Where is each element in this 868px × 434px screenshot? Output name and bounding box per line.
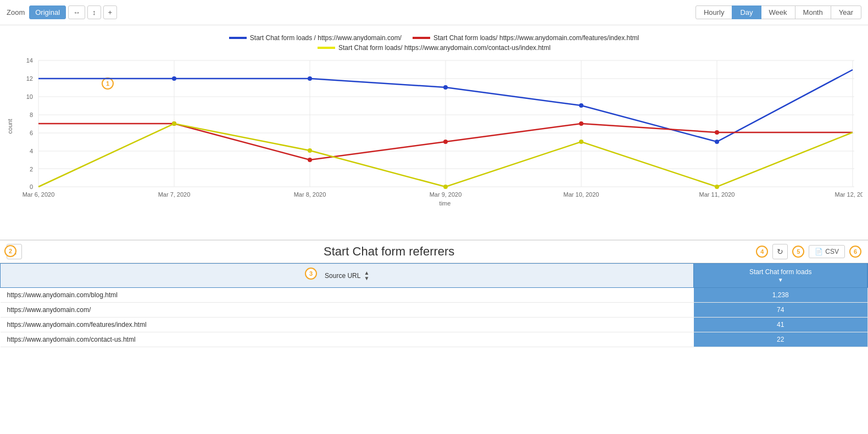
sort-arrows[interactable]: ▲▼ bbox=[364, 270, 369, 281]
blue-dot-5 bbox=[715, 140, 719, 144]
value-col-header[interactable]: Start Chat form loads ▼ bbox=[694, 264, 867, 288]
legend-blue-color bbox=[229, 37, 247, 39]
red-dot-4 bbox=[579, 121, 583, 126]
svg-text:10: 10 bbox=[26, 93, 33, 100]
svg-text:Mar 10, 2020: Mar 10, 2020 bbox=[564, 191, 599, 198]
svg-text:count: count bbox=[7, 119, 13, 134]
table-header: Source URL ▲▼ Start Chat form loads ▼ bbox=[1, 264, 868, 288]
time-month-button[interactable]: Month bbox=[795, 5, 831, 19]
table-header-row: ∧ Start Chat form referrers 4 ↻ 5 📄 CSV … bbox=[0, 241, 868, 263]
zoom-plus-button[interactable]: + bbox=[103, 5, 118, 19]
svg-text:8: 8 bbox=[30, 112, 33, 118]
blue-dot-2 bbox=[308, 76, 312, 81]
svg-text:2: 2 bbox=[30, 166, 33, 173]
legend-blue: Start Chat form loads / https://www.anyd… bbox=[229, 34, 402, 42]
scrollbar-cell bbox=[867, 332, 868, 347]
scrollbar-cell bbox=[867, 303, 868, 318]
red-dot-2 bbox=[308, 158, 312, 162]
refresh-button[interactable]: ↻ bbox=[772, 244, 788, 259]
svg-text:time: time bbox=[439, 200, 451, 207]
file-icon: 📄 bbox=[815, 248, 823, 255]
badge-2: 2 bbox=[4, 245, 16, 257]
blue-dot-4 bbox=[579, 103, 583, 108]
yellow-dot-5 bbox=[715, 185, 719, 189]
data-table: Source URL ▲▼ Start Chat form loads ▼ ht… bbox=[0, 263, 868, 347]
svg-text:4: 4 bbox=[30, 148, 33, 154]
yellow-dot-1 bbox=[172, 121, 176, 126]
legend-yellow-color bbox=[318, 47, 335, 49]
table-wrapper: 3 Source URL ▲▼ Start Chat form loads ▼ bbox=[0, 263, 868, 347]
badge-5: 5 bbox=[792, 246, 804, 258]
legend-red: Start Chat form loads/ https://www.anydo… bbox=[413, 34, 639, 42]
svg-text:Mar 7, 2020: Mar 7, 2020 bbox=[158, 191, 191, 198]
badge-3: 3 bbox=[305, 268, 317, 280]
sort-arrow-down: ▼ bbox=[700, 277, 860, 283]
table-cell-url: https://www.anydomain.com/features/index… bbox=[1, 318, 694, 332]
badge-4: 4 bbox=[756, 246, 768, 258]
chart-legend: Start Chat form loads / https://www.anyd… bbox=[5, 31, 863, 55]
chart-area: Start Chat form loads / https://www.anyd… bbox=[0, 25, 868, 240]
table-cell-url: https://www.anydomain.com/contact-us.htm… bbox=[1, 332, 694, 347]
table-title: Start Chat form referrers bbox=[22, 244, 756, 259]
zoom-horizontal-button[interactable]: ↔ bbox=[68, 5, 85, 19]
badge-6: 6 bbox=[849, 246, 861, 258]
zoom-label: Zoom bbox=[7, 8, 25, 16]
table-cell-value: 74 bbox=[694, 303, 867, 318]
zoom-original-button[interactable]: Original bbox=[29, 5, 66, 19]
svg-text:12: 12 bbox=[26, 75, 33, 82]
time-year-button[interactable]: Year bbox=[831, 5, 861, 19]
table-cell-value: 1,238 bbox=[694, 288, 867, 303]
table-cell-url: https://www.anydomain.com/blog.html bbox=[1, 288, 694, 303]
svg-text:Mar 11, 2020: Mar 11, 2020 bbox=[699, 191, 735, 198]
svg-text:Mar 9, 2020: Mar 9, 2020 bbox=[430, 191, 462, 198]
blue-dot-3 bbox=[443, 85, 448, 90]
table-cell-url: https://www.anydomain.com/ bbox=[1, 303, 694, 318]
table-cell-value: 22 bbox=[694, 332, 867, 347]
table-row: https://www.anydomain.com/features/index… bbox=[1, 318, 868, 332]
svg-text:Mar 6, 2020: Mar 6, 2020 bbox=[23, 191, 55, 198]
svg-text:0: 0 bbox=[30, 183, 33, 190]
svg-text:Mar 8, 2020: Mar 8, 2020 bbox=[294, 191, 326, 198]
source-url-header[interactable]: Source URL ▲▼ bbox=[1, 264, 694, 288]
zoom-vertical-button[interactable]: ↕ bbox=[87, 5, 101, 19]
csv-button[interactable]: 📄 CSV bbox=[809, 245, 845, 258]
time-day-button[interactable]: Day bbox=[732, 5, 761, 19]
blue-dot-1 bbox=[172, 76, 176, 81]
chart-svg-wrapper: 14 12 10 8 6 4 2 0 count Mar 6, 2020 Mar… bbox=[5, 55, 863, 209]
scrollbar-header bbox=[867, 264, 868, 288]
yellow-dot-4 bbox=[579, 140, 583, 144]
table-section: 2 ∧ Start Chat form referrers 4 ↻ 5 📄 CS… bbox=[0, 240, 868, 347]
yellow-dot-2 bbox=[308, 148, 312, 153]
yellow-dot-3 bbox=[443, 185, 448, 189]
svg-text:14: 14 bbox=[26, 57, 33, 64]
table-row: https://www.anydomain.com/74 bbox=[1, 303, 868, 318]
red-dot-3 bbox=[443, 140, 448, 144]
red-dot-5 bbox=[715, 130, 719, 135]
time-week-button[interactable]: Week bbox=[761, 5, 795, 19]
svg-text:Mar 12, 2020: Mar 12, 2020 bbox=[835, 191, 863, 198]
legend-red-color bbox=[413, 37, 430, 39]
time-range-buttons: Hourly Day Week Month Year bbox=[696, 5, 861, 19]
toolbar: Zoom Original ↔ ↕ + Hourly Day Week Mont… bbox=[0, 0, 868, 25]
time-hourly-button[interactable]: Hourly bbox=[695, 5, 733, 19]
legend-yellow: Start Chat form loads/ https://www.anydo… bbox=[318, 44, 550, 52]
table-cell-value: 41 bbox=[694, 318, 867, 332]
scrollbar-cell bbox=[867, 318, 868, 332]
table-row: https://www.anydomain.com/blog.html1,238 bbox=[1, 288, 868, 303]
table-row: https://www.anydomain.com/contact-us.htm… bbox=[1, 332, 868, 347]
scrollbar-cell bbox=[867, 288, 868, 303]
table-body: https://www.anydomain.com/blog.html1,238… bbox=[1, 288, 868, 347]
table-actions: 4 ↻ 5 📄 CSV 6 bbox=[756, 244, 861, 259]
svg-text:6: 6 bbox=[30, 130, 33, 136]
main-chart: 14 12 10 8 6 4 2 0 count Mar 6, 2020 Mar… bbox=[5, 55, 863, 209]
